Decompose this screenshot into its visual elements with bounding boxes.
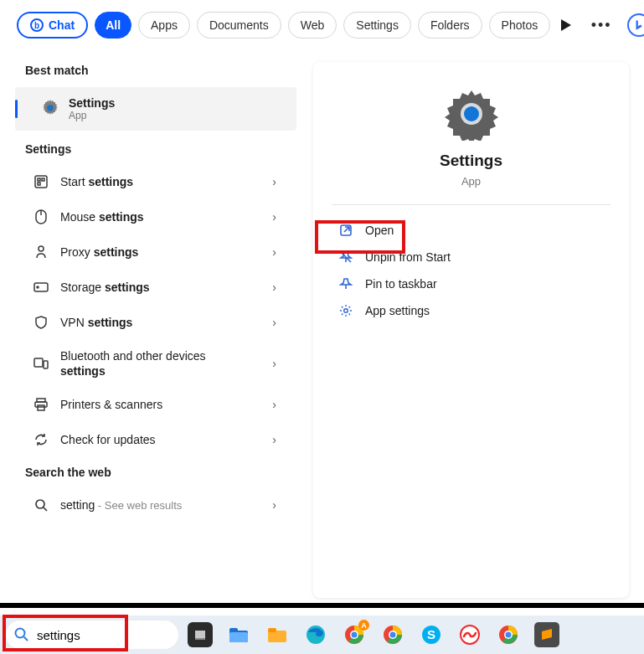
taskbar-search-box[interactable] xyxy=(5,620,179,650)
windows-search-popup: b Chat All Apps Documents Web Settings F… xyxy=(0,0,644,603)
taskbar-skype[interactable]: S xyxy=(414,618,449,651)
open-icon xyxy=(338,223,353,238)
gear-icon-large xyxy=(445,87,498,143)
gear-small-icon xyxy=(338,303,353,318)
devices-icon xyxy=(33,356,49,371)
tab-folders-label: Folders xyxy=(430,18,470,32)
search-icon xyxy=(33,497,49,512)
result-label: Printers & scanners xyxy=(60,398,260,411)
tab-apps[interactable]: Apps xyxy=(138,12,190,39)
details-panel: Settings App Open Unpin from Start Pin t… xyxy=(313,62,629,598)
refresh-icon xyxy=(33,432,49,447)
details-title: Settings xyxy=(440,152,502,170)
result-label: Proxy settings xyxy=(60,245,260,259)
best-match-item[interactable]: Settings App xyxy=(15,87,296,131)
result-mouse-settings[interactable]: Mouse settings › xyxy=(5,199,296,234)
chevron-right-icon: › xyxy=(272,210,276,224)
action-list: Open Unpin from Start Pin to taskbar App… xyxy=(332,205,611,324)
chevron-right-icon: › xyxy=(272,316,276,329)
result-label: Check for updates xyxy=(60,433,260,446)
taskbar-unknown-red[interactable] xyxy=(452,618,487,651)
tabs-right-controls: ••• xyxy=(557,13,644,37)
action-open-label: Open xyxy=(365,224,394,237)
svg-rect-25 xyxy=(195,631,205,638)
action-open[interactable]: Open xyxy=(333,217,609,244)
result-label: VPN settings xyxy=(60,316,260,329)
taskbar-chrome-1[interactable]: A xyxy=(337,618,372,651)
chevron-right-icon: › xyxy=(272,433,276,446)
taskbar-explorer[interactable] xyxy=(221,618,256,651)
grid-icon xyxy=(33,174,49,189)
bing-icon[interactable] xyxy=(627,13,644,37)
svg-rect-26 xyxy=(195,638,205,640)
more-icon[interactable]: ••• xyxy=(592,16,611,34)
result-check-updates[interactable]: Check for updates › xyxy=(5,422,296,457)
svg-line-24 xyxy=(24,636,28,641)
search-filter-tabs: b Chat All Apps Documents Web Settings F… xyxy=(0,0,644,50)
bing-chat-icon: b xyxy=(30,18,44,32)
search-icon xyxy=(13,626,28,644)
settings-heading: Settings xyxy=(0,134,301,164)
taskbar-chrome-2[interactable] xyxy=(375,618,410,651)
result-vpn-settings[interactable]: VPN settings › xyxy=(5,305,296,340)
svg-point-22 xyxy=(344,309,348,313)
svg-point-8 xyxy=(39,246,44,251)
printer-icon xyxy=(33,397,49,412)
tab-photos[interactable]: Photos xyxy=(489,12,551,39)
tab-web-label: Web xyxy=(301,18,325,32)
taskbar-files[interactable] xyxy=(260,618,295,651)
svg-rect-5 xyxy=(38,183,40,185)
result-label: Storage settings xyxy=(60,281,260,294)
tab-documents[interactable]: Documents xyxy=(197,12,281,39)
tab-apps-label: Apps xyxy=(151,18,178,32)
chevron-right-icon: › xyxy=(272,498,276,512)
action-unpin-label: Unpin from Start xyxy=(365,250,451,264)
play-icon[interactable] xyxy=(557,16,575,34)
svg-rect-2 xyxy=(35,176,47,188)
mouse-icon xyxy=(33,209,49,224)
result-bluetooth-settings[interactable]: Bluetooth and other devices settings › xyxy=(5,340,296,387)
action-pin-taskbar[interactable]: Pin to taskbar xyxy=(333,270,609,297)
taskbar-chrome-3[interactable] xyxy=(491,618,526,651)
action-app-settings[interactable]: App settings xyxy=(333,297,609,324)
taskbar-edge[interactable] xyxy=(298,618,333,651)
taskbar-search-input[interactable] xyxy=(35,627,167,643)
tab-all-label: All xyxy=(106,18,121,32)
tab-documents-label: Documents xyxy=(209,18,269,32)
tab-settings[interactable]: Settings xyxy=(343,12,411,39)
svg-point-10 xyxy=(37,286,39,288)
result-printers-scanners[interactable]: Printers & scanners › xyxy=(5,387,296,422)
svg-rect-3 xyxy=(38,178,40,181)
chevron-right-icon: › xyxy=(272,175,276,188)
svg-text:S: S xyxy=(427,627,435,641)
svg-point-38 xyxy=(390,632,396,638)
svg-rect-14 xyxy=(35,402,47,407)
details-subtitle: App xyxy=(461,175,481,188)
best-match-title: Settings xyxy=(69,96,115,110)
result-proxy-settings[interactable]: Proxy settings › xyxy=(5,234,296,270)
chevron-right-icon: › xyxy=(272,281,276,294)
result-label: setting - See web results xyxy=(60,498,260,512)
svg-point-19 xyxy=(464,106,479,121)
result-label: Mouse settings xyxy=(60,210,260,224)
tab-photos-label: Photos xyxy=(502,18,538,32)
gear-icon xyxy=(40,98,60,121)
tab-web[interactable]: Web xyxy=(288,12,337,39)
taskbar-taskview[interactable] xyxy=(183,618,218,651)
taskbar: A S xyxy=(0,615,644,654)
search-body: Best match Settings App Settings Start s… xyxy=(0,50,644,603)
result-web-search[interactable]: setting - See web results › xyxy=(5,487,296,523)
svg-point-1 xyxy=(48,105,53,110)
best-match-subtitle: App xyxy=(69,110,115,121)
result-start-settings[interactable]: Start settings › xyxy=(5,164,296,199)
results-left-column: Best match Settings App Settings Start s… xyxy=(0,50,301,603)
taskbar-sublime[interactable] xyxy=(529,618,564,651)
svg-point-44 xyxy=(506,632,512,638)
action-unpin-start[interactable]: Unpin from Start xyxy=(333,244,609,270)
tab-all[interactable]: All xyxy=(95,12,131,39)
tab-chat[interactable]: b Chat xyxy=(17,12,88,39)
tab-folders[interactable]: Folders xyxy=(418,12,482,39)
result-storage-settings[interactable]: Storage settings › xyxy=(5,270,296,305)
details-header: Settings App xyxy=(332,87,611,205)
svg-line-17 xyxy=(44,507,47,511)
